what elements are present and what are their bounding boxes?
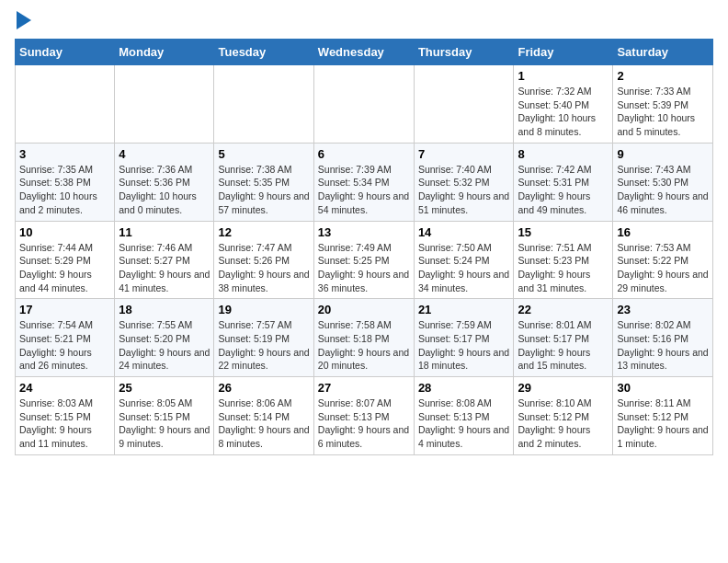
calendar-table: SundayMondayTuesdayWednesdayThursdayFrid… [15, 39, 713, 455]
header-thursday: Thursday [414, 40, 514, 65]
calendar-cell: 19Sunrise: 7:57 AMSunset: 5:19 PMDayligh… [214, 299, 313, 377]
day-number: 19 [218, 303, 309, 316]
day-number: 12 [218, 225, 309, 239]
day-number: 16 [617, 225, 709, 239]
day-info: Sunrise: 7:53 AMSunset: 5:22 PMDaylight:… [617, 241, 709, 295]
calendar-cell: 15Sunrise: 7:51 AMSunset: 5:23 PMDayligh… [514, 221, 613, 299]
day-number: 20 [318, 303, 410, 316]
calendar-cell: 21Sunrise: 7:59 AMSunset: 5:17 PMDayligh… [414, 299, 514, 377]
calendar-header-row: SundayMondayTuesdayWednesdayThursdayFrid… [16, 40, 713, 65]
calendar-cell: 22Sunrise: 8:01 AMSunset: 5:17 PMDayligh… [514, 299, 613, 377]
day-number: 17 [19, 303, 110, 316]
day-number: 2 [617, 69, 709, 83]
day-info: Sunrise: 7:35 AMSunset: 5:38 PMDaylight:… [19, 163, 110, 217]
calendar-cell: 27Sunrise: 8:07 AMSunset: 5:13 PMDayligh… [313, 377, 414, 455]
calendar-cell: 16Sunrise: 7:53 AMSunset: 5:22 PMDayligh… [613, 221, 713, 299]
day-number: 29 [518, 381, 609, 395]
day-info: Sunrise: 7:32 AMSunset: 5:40 PMDaylight:… [518, 85, 609, 139]
day-number: 26 [218, 381, 309, 395]
day-info: Sunrise: 7:42 AMSunset: 5:31 PMDaylight:… [518, 163, 609, 217]
calendar-cell: 30Sunrise: 8:11 AMSunset: 5:12 PMDayligh… [613, 377, 713, 455]
calendar-cell [16, 65, 115, 144]
day-info: Sunrise: 8:07 AMSunset: 5:13 PMDaylight:… [318, 396, 410, 451]
day-info: Sunrise: 7:36 AMSunset: 5:36 PMDaylight:… [119, 163, 210, 217]
calendar-cell: 10Sunrise: 7:44 AMSunset: 5:29 PMDayligh… [16, 221, 115, 299]
calendar-cell: 4Sunrise: 7:36 AMSunset: 5:36 PMDaylight… [115, 143, 214, 221]
calendar-cell: 1Sunrise: 7:32 AMSunset: 5:40 PMDaylight… [514, 65, 613, 144]
day-info: Sunrise: 7:43 AMSunset: 5:30 PMDaylight:… [617, 163, 709, 217]
calendar-cell: 5Sunrise: 7:38 AMSunset: 5:35 PMDaylight… [214, 143, 313, 221]
calendar-cell: 9Sunrise: 7:43 AMSunset: 5:30 PMDaylight… [613, 143, 713, 221]
day-info: Sunrise: 8:03 AMSunset: 5:15 PMDaylight:… [19, 396, 110, 451]
day-number: 30 [617, 381, 709, 395]
day-info: Sunrise: 7:39 AMSunset: 5:34 PMDaylight:… [318, 163, 410, 217]
day-number: 3 [19, 147, 110, 161]
header-saturday: Saturday [613, 40, 713, 65]
logo [15, 15, 31, 29]
day-number: 8 [518, 147, 609, 161]
day-number: 22 [518, 303, 609, 316]
calendar-cell: 26Sunrise: 8:06 AMSunset: 5:14 PMDayligh… [214, 377, 313, 455]
day-number: 10 [19, 225, 110, 239]
day-info: Sunrise: 8:08 AMSunset: 5:13 PMDaylight:… [418, 396, 510, 451]
calendar-cell: 14Sunrise: 7:50 AMSunset: 5:24 PMDayligh… [414, 221, 514, 299]
day-number: 14 [418, 225, 510, 239]
day-info: Sunrise: 7:51 AMSunset: 5:23 PMDaylight:… [518, 241, 609, 295]
header-wednesday: Wednesday [313, 40, 414, 65]
calendar-cell: 25Sunrise: 8:05 AMSunset: 5:15 PMDayligh… [115, 377, 214, 455]
calendar-cell: 29Sunrise: 8:10 AMSunset: 5:12 PMDayligh… [514, 377, 613, 455]
calendar-cell: 23Sunrise: 8:02 AMSunset: 5:16 PMDayligh… [613, 299, 713, 377]
day-number: 15 [518, 225, 609, 239]
day-info: Sunrise: 7:50 AMSunset: 5:24 PMDaylight:… [418, 241, 510, 295]
calendar-week-3: 17Sunrise: 7:54 AMSunset: 5:21 PMDayligh… [16, 299, 713, 377]
day-info: Sunrise: 7:40 AMSunset: 5:32 PMDaylight:… [418, 163, 510, 217]
day-number: 28 [418, 381, 510, 395]
header-friday: Friday [514, 40, 613, 65]
day-info: Sunrise: 8:01 AMSunset: 5:17 PMDaylight:… [518, 318, 609, 373]
logo-arrow-icon [17, 11, 31, 29]
header-monday: Monday [115, 40, 214, 65]
day-number: 21 [418, 303, 510, 316]
day-number: 7 [418, 147, 510, 161]
calendar-cell [115, 65, 214, 144]
calendar-week-2: 10Sunrise: 7:44 AMSunset: 5:29 PMDayligh… [16, 221, 713, 299]
day-info: Sunrise: 8:10 AMSunset: 5:12 PMDaylight:… [518, 396, 609, 451]
day-info: Sunrise: 7:57 AMSunset: 5:19 PMDaylight:… [218, 318, 309, 373]
day-number: 27 [318, 381, 410, 395]
day-info: Sunrise: 7:59 AMSunset: 5:17 PMDaylight:… [418, 318, 510, 373]
calendar-cell: 3Sunrise: 7:35 AMSunset: 5:38 PMDaylight… [16, 143, 115, 221]
day-info: Sunrise: 7:55 AMSunset: 5:20 PMDaylight:… [119, 318, 210, 373]
day-number: 13 [318, 225, 410, 239]
calendar-cell [214, 65, 313, 144]
day-info: Sunrise: 7:46 AMSunset: 5:27 PMDaylight:… [119, 241, 210, 295]
calendar-cell: 12Sunrise: 7:47 AMSunset: 5:26 PMDayligh… [214, 221, 313, 299]
calendar-cell [414, 65, 514, 144]
day-number: 24 [19, 381, 110, 395]
calendar-cell: 11Sunrise: 7:46 AMSunset: 5:27 PMDayligh… [115, 221, 214, 299]
calendar-cell: 2Sunrise: 7:33 AMSunset: 5:39 PMDaylight… [613, 65, 713, 144]
calendar-week-1: 3Sunrise: 7:35 AMSunset: 5:38 PMDaylight… [16, 143, 713, 221]
day-info: Sunrise: 7:33 AMSunset: 5:39 PMDaylight:… [617, 85, 709, 139]
calendar-cell: 20Sunrise: 7:58 AMSunset: 5:18 PMDayligh… [313, 299, 414, 377]
day-number: 9 [617, 147, 709, 161]
day-info: Sunrise: 8:11 AMSunset: 5:12 PMDaylight:… [617, 396, 709, 451]
calendar-cell: 17Sunrise: 7:54 AMSunset: 5:21 PMDayligh… [16, 299, 115, 377]
day-info: Sunrise: 8:02 AMSunset: 5:16 PMDaylight:… [617, 318, 709, 373]
day-info: Sunrise: 7:38 AMSunset: 5:35 PMDaylight:… [218, 163, 309, 217]
day-number: 18 [119, 303, 210, 316]
day-number: 23 [617, 303, 709, 316]
header-tuesday: Tuesday [214, 40, 313, 65]
header-sunday: Sunday [16, 40, 115, 65]
day-number: 4 [119, 147, 210, 161]
calendar-cell: 6Sunrise: 7:39 AMSunset: 5:34 PMDaylight… [313, 143, 414, 221]
page-header [15, 15, 713, 29]
day-info: Sunrise: 7:54 AMSunset: 5:21 PMDaylight:… [19, 318, 110, 373]
day-info: Sunrise: 7:58 AMSunset: 5:18 PMDaylight:… [318, 318, 410, 373]
calendar-week-0: 1Sunrise: 7:32 AMSunset: 5:40 PMDaylight… [16, 65, 713, 144]
calendar-cell: 7Sunrise: 7:40 AMSunset: 5:32 PMDaylight… [414, 143, 514, 221]
calendar-cell: 8Sunrise: 7:42 AMSunset: 5:31 PMDaylight… [514, 143, 613, 221]
day-number: 1 [518, 69, 609, 83]
day-number: 6 [318, 147, 410, 161]
calendar-cell: 28Sunrise: 8:08 AMSunset: 5:13 PMDayligh… [414, 377, 514, 455]
day-info: Sunrise: 7:47 AMSunset: 5:26 PMDaylight:… [218, 241, 309, 295]
